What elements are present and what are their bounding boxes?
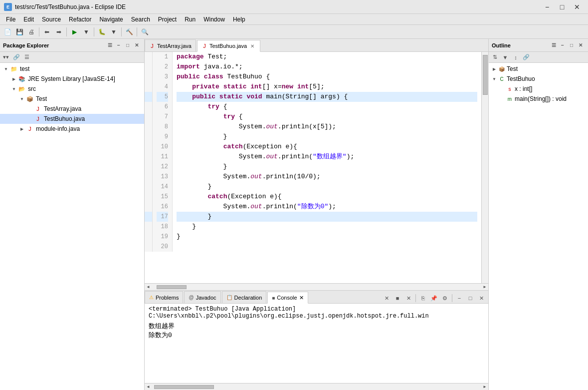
outline-item-test-pkg[interactable]: ▶ 📦 Test [489,64,588,74]
tab-testarray[interactable]: J TestArray.java [145,39,196,51]
pe-collapse-all[interactable]: ▾▾ [1,53,11,62]
outline-maximize[interactable]: □ [567,41,576,50]
outline-sort[interactable]: ⇅ [490,53,500,62]
tab-close-testbuhuo[interactable]: ✕ [249,42,256,49]
outline-item-main-method[interactable]: m main(String[]) : void [489,94,588,104]
tree-item-testbuhuo[interactable]: J TestBuhuo.java [0,114,144,124]
marker-8 [145,122,152,132]
close-button[interactable]: ✕ [570,1,584,12]
editor-vscrollbar[interactable] [481,52,488,283]
console-close[interactable]: ✕ [403,293,413,303]
console-hscroll-left[interactable]: ◄ [145,384,152,390]
console-copy[interactable]: ⎘ [418,293,428,303]
menu-navigate[interactable]: Navigate [95,14,127,25]
menu-help[interactable]: Help [229,14,249,25]
expand-icon-src: ▼ [10,85,18,93]
console-minimize[interactable]: − [454,293,464,303]
console-hscroll-track[interactable] [152,385,481,390]
toolbar: 📄 💾 🖨 ⬅ ➡ ▶ ▼ 🐛 ▼ 🔨 🔍 [0,25,588,39]
outline-menu[interactable]: ☰ [549,41,558,50]
tb-run[interactable]: ▶ [69,26,80,37]
console-stop[interactable]: ■ [392,293,402,303]
menu-edit[interactable]: Edit [19,14,38,25]
tb-new[interactable]: 📄 [2,26,13,37]
console-toolbar: ✕ ■ ✕ ⎘ 📌 ⚙ − □ ✕ [382,293,488,303]
outline-minimize[interactable]: − [558,41,567,50]
code-line-16: System.out.println("除数为0"); [177,202,477,212]
tree-item-module[interactable]: ▶ J module-info.java [0,124,144,134]
menu-window[interactable]: Window [199,14,229,25]
tab-label-javadoc: Javadoc [196,295,216,301]
minimize-button[interactable]: − [540,1,554,12]
pe-menu[interactable]: ☰ [22,53,32,62]
outline-link[interactable]: 🔗 [521,53,531,62]
tb-build[interactable]: 🔨 [124,26,135,37]
tree-item-jre[interactable]: ▶ 📚 JRE System Library [JavaSE-14] [0,74,144,84]
menu-run[interactable]: Run [181,14,199,25]
marker-20 [145,242,152,252]
outline-item-x-field[interactable]: s x : int[] [489,84,588,94]
console-clear[interactable]: ✕ [382,293,392,303]
outline-close[interactable]: ✕ [576,41,585,50]
menu-project[interactable]: Project [154,14,181,25]
hscroll-right[interactable]: ► [481,284,488,291]
menu-search[interactable]: Search [127,14,154,25]
expand-icon-testbuhuo [26,115,34,123]
package-explorer-menu[interactable]: ☰ [105,41,114,50]
code-line-7: try { [177,112,477,122]
hscroll-thumb[interactable] [157,285,187,289]
code-scroll[interactable]: 1 2 3 4 5 6 7 8 9 10 11 12 13 [145,52,481,283]
code-lines[interactable]: package Test; import java.io.*; public c… [173,52,481,252]
menu-file[interactable]: File [2,14,19,25]
tb-save[interactable]: 💾 [14,26,25,37]
maximize-button[interactable]: □ [555,1,569,12]
package-explorer: Package Explorer ☰ − □ ✕ ▾▾ 🔗 ☰ ▼ 📁 test… [0,39,145,390]
pe-link-editor[interactable]: 🔗 [11,53,21,62]
tab-declaration[interactable]: 📋 Declaration [222,291,267,303]
package-explorer-minimize[interactable]: − [114,41,123,50]
console-maximize[interactable]: □ [465,293,475,303]
console-hscroll-thumb[interactable] [154,385,214,389]
editor-hscrollbar[interactable]: ◄ ► [145,283,488,290]
title-bar: E test/src/Test/TestBuhuo.java - Eclipse… [0,0,588,14]
tab-label-testbuhuo: TestBuhuo.java [209,43,247,49]
tb-debug-drop[interactable]: ▼ [108,26,119,37]
outline-collapse[interactable]: ↕ [511,53,521,62]
tree-item-testarray[interactable]: J TestArray.java [0,104,144,114]
tb-print[interactable]: 🖨 [26,26,37,37]
outline-item-testbuhuo-class[interactable]: ▼ C TestBuhuo [489,74,588,84]
console-pin[interactable]: 📌 [429,293,439,303]
tab-testbuhuo[interactable]: J TestBuhuo.java ✕ [197,40,260,52]
tab-javadoc[interactable]: @ Javadoc [184,291,220,303]
outline-filter[interactable]: ▼ [500,53,510,62]
tree-item-src[interactable]: ▼ 📂 src [0,84,144,94]
menu-source[interactable]: Source [38,14,65,25]
outline-expand-x [499,85,506,92]
tb-run-drop[interactable]: ▼ [81,26,92,37]
tb-debug[interactable]: 🐛 [96,26,107,37]
code-line-9: } [177,132,477,142]
console-hscroll-right[interactable]: ► [481,384,488,390]
code-line-19: } [177,232,477,242]
tree-item-test[interactable]: ▼ 📁 test [0,64,144,74]
tb-search[interactable]: 🔍 [139,26,150,37]
hscroll-track[interactable] [152,285,481,290]
console-close-panel[interactable]: ✕ [476,293,486,303]
tree-item-test-pkg[interactable]: ▼ 📦 Test [0,94,144,104]
tb-prev[interactable]: ⬅ [41,26,52,37]
menu-refactor[interactable]: Refactor [65,14,95,25]
outline-pkg-icon: 📦 [498,65,506,73]
tab-close-console[interactable]: ✕ [299,295,304,301]
outline-toolbar: ⇅ ▼ ↕ 🔗 [489,52,588,63]
tb-next[interactable]: ➡ [53,26,64,37]
console-settings[interactable]: ⚙ [440,293,450,303]
package-explorer-maximize[interactable]: □ [123,41,132,50]
package-explorer-close[interactable]: ✕ [132,41,141,50]
tab-problems[interactable]: ⚠ Problems [145,291,183,303]
tab-console[interactable]: ■ Console ✕ [267,292,308,304]
package-explorer-header: Package Explorer ☰ − □ ✕ [0,39,144,52]
editor-area: J TestArray.java J TestBuhuo.java ✕ [145,39,488,290]
hscroll-left[interactable]: ◄ [145,284,152,291]
console-hscrollbar[interactable]: ◄ ► [145,383,488,390]
editor-vscroll-thumb[interactable] [483,55,488,95]
